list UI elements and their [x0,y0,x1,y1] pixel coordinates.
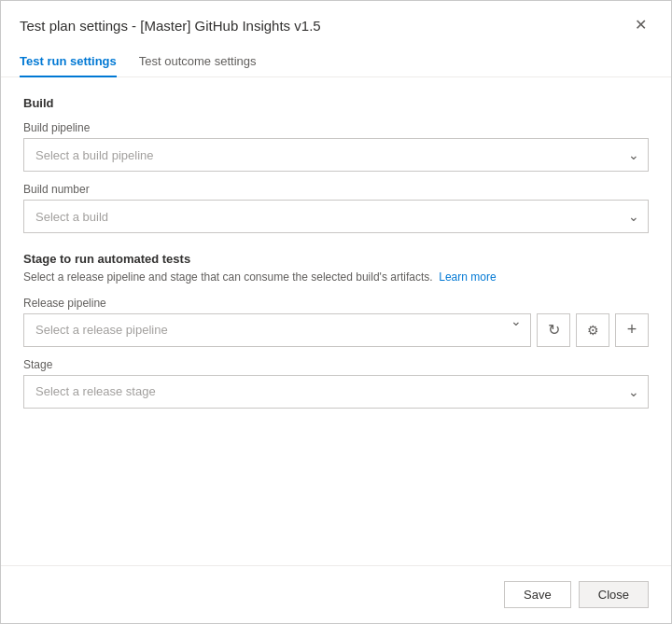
release-pipeline-row: Select a release pipeline [23,313,649,347]
release-pipeline-select[interactable]: Select a release pipeline [23,313,531,347]
build-section: Build Build pipeline Select a build pipe… [23,96,649,233]
dialog-title: Test plan settings - [Master] GitHub Ins… [20,18,321,34]
release-pipeline-wrapper: Select a release pipeline [23,313,531,347]
refresh-icon [548,321,560,339]
settings-button[interactable] [576,313,609,347]
stage-label: Stage [23,358,649,371]
build-pipeline-wrapper: Select a build pipeline [23,138,649,172]
save-button[interactable]: Save [504,581,571,608]
dialog-content: Build Build pipeline Select a build pipe… [1,77,671,565]
learn-more-link[interactable]: Learn more [439,270,496,284]
tab-test-outcome-settings[interactable]: Test outcome settings [139,47,257,77]
dialog-footer: Save Close [1,565,671,623]
dialog-header: Test plan settings - [Master] GitHub Ins… [1,1,671,46]
stage-description: Select a release pipeline and stage that… [23,270,649,285]
close-button[interactable]: Close [579,581,649,608]
refresh-button[interactable] [537,313,570,347]
build-number-select[interactable]: Select a build [23,200,649,233]
stage-wrapper: Select a release stage [23,375,649,409]
release-pipeline-label: Release pipeline [23,297,649,310]
build-pipeline-select[interactable]: Select a build pipeline [23,138,649,172]
build-pipeline-label: Build pipeline [23,121,649,134]
build-number-label: Build number [23,183,649,196]
stage-section-title: Stage to run automated tests [23,252,649,266]
dialog-close-button[interactable]: ✕ [629,16,652,35]
plus-icon [627,320,637,340]
tab-test-run-settings[interactable]: Test run settings [20,47,117,77]
dialog: Test plan settings - [Master] GitHub Ins… [0,0,672,624]
add-button[interactable] [615,313,649,347]
tab-bar: Test run settings Test outcome settings [1,46,671,77]
stage-section: Stage to run automated tests Select a re… [23,252,649,409]
gear-icon [587,323,599,338]
build-section-title: Build [23,96,649,110]
build-number-wrapper: Select a build [23,200,649,233]
stage-select[interactable]: Select a release stage [23,375,649,409]
